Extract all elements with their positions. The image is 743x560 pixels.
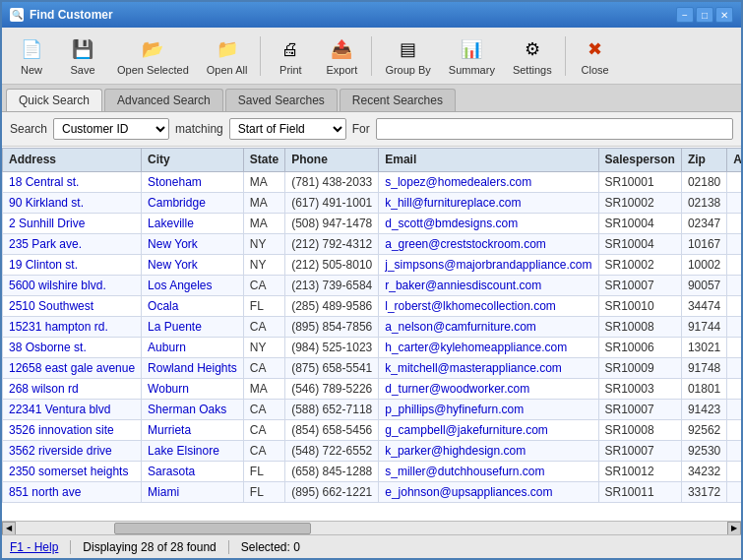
minimize-button[interactable]: −: [676, 7, 694, 23]
cell-acceptbo[interactable]: ✓: [727, 296, 741, 317]
cell-address: 15231 hampton rd.: [3, 317, 142, 338]
scroll-track[interactable]: [16, 522, 727, 535]
table-row[interactable]: 851 north aveMiamiFL(895) 662-1221e_john…: [3, 482, 742, 503]
open-selected-icon: 📂: [139, 35, 166, 63]
find-customer-window: 🔍 Find Customer − □ ✕ 📄 New 💾 Save 📂 Ope…: [0, 0, 743, 560]
tab-saved-searches[interactable]: Saved Searches: [225, 89, 338, 111]
cell-acceptbo[interactable]: ✓: [727, 338, 741, 358]
table-row[interactable]: 235 Park ave.New YorkNY(212) 792-4312a_g…: [3, 234, 742, 255]
table-row[interactable]: 18 Central st.StonehamMA(781) 438-2033s_…: [3, 171, 742, 193]
table-row[interactable]: 5600 wilshire blvd.Los AngelesCA(213) 73…: [3, 276, 742, 296]
table-row[interactable]: 268 wilson rdWoburnMA(546) 789-5226d_tur…: [3, 379, 742, 400]
cell-acceptbo[interactable]: ✓: [727, 276, 741, 296]
table-row[interactable]: 38 Osborne st.AuburnNY(984) 525-1023h_ca…: [3, 338, 742, 358]
cell-state: FL: [243, 296, 284, 317]
table-row[interactable]: 2350 somerset heightsSarasotaFL(658) 845…: [3, 462, 742, 482]
cell-zip: 02347: [681, 214, 726, 234]
settings-button[interactable]: ⚙ Settings: [506, 31, 559, 80]
cell-phone: (546) 789-5226: [285, 379, 379, 400]
col-phone[interactable]: Phone: [285, 148, 379, 171]
maximize-button[interactable]: □: [696, 7, 713, 23]
cell-zip: 02180: [681, 171, 726, 193]
table-row[interactable]: 3526 innovation siteMurrietaCA(854) 658-…: [3, 420, 742, 441]
data-table-container: Address City State Phone Email Salespers…: [2, 147, 741, 534]
match-option-select[interactable]: Start of Field Any Part of Field Exact M…: [229, 118, 346, 140]
cell-acceptbo[interactable]: ✓: [727, 400, 741, 420]
col-zip[interactable]: Zip: [681, 148, 726, 171]
cell-salesperson: SR10004: [598, 214, 681, 234]
table-row[interactable]: 15231 hampton rd.La PuenteCA(895) 854-78…: [3, 317, 742, 338]
cell-acceptbo[interactable]: ✓: [727, 462, 741, 482]
tab-recent-searches[interactable]: Recent Searches: [340, 89, 456, 111]
table-row[interactable]: 3562 riverside driveLake ElsinoreCA(548)…: [3, 441, 742, 462]
cell-zip: 34232: [681, 462, 726, 482]
table-wrapper[interactable]: Address City State Phone Email Salespers…: [2, 147, 741, 521]
save-icon: 💾: [69, 35, 96, 63]
cell-acceptbo[interactable]: ✓: [727, 420, 741, 441]
table-row[interactable]: 22341 Ventura blvdSherman OaksCA(588) 65…: [3, 400, 742, 420]
close-window-button[interactable]: ✕: [715, 7, 733, 23]
title-controls: − □ ✕: [676, 7, 733, 23]
cell-zip: 01801: [681, 379, 726, 400]
cell-phone: (875) 658-5541: [285, 358, 379, 379]
cell-acceptbo[interactable]: ✓: [727, 358, 741, 379]
cell-city: Ocala: [142, 296, 244, 317]
export-button[interactable]: 📤 Export: [318, 31, 365, 80]
table-row[interactable]: 19 Clinton st.New YorkNY(212) 505-8010j_…: [3, 255, 742, 276]
new-button[interactable]: 📄 New: [8, 31, 55, 80]
help-link[interactable]: F1 - Help: [10, 540, 58, 554]
cell-zip: 91744: [681, 317, 726, 338]
close-button[interactable]: ✖ Close: [572, 31, 619, 80]
new-label: New: [21, 64, 42, 76]
for-label: For: [352, 122, 370, 136]
cell-acceptbo[interactable]: ✓: [727, 234, 741, 255]
cell-acceptbo[interactable]: ✓: [727, 255, 741, 276]
tab-advanced-search[interactable]: Advanced Search: [104, 89, 223, 111]
cell-acceptbo[interactable]: ✓: [727, 482, 741, 503]
tab-quick-search[interactable]: Quick Search: [6, 89, 102, 111]
cell-salesperson: SR10002: [598, 255, 681, 276]
cell-phone: (617) 491-1001: [285, 193, 379, 214]
cell-phone: (895) 854-7856: [285, 317, 379, 338]
col-address[interactable]: Address: [3, 148, 142, 171]
customer-table: Address City State Phone Email Salespers…: [2, 147, 741, 503]
col-acceptbo[interactable]: AcceptBO: [727, 148, 741, 171]
table-row[interactable]: 2510 SouthwestOcalaFL(285) 489-9586l_rob…: [3, 296, 742, 317]
cell-zip: 34474: [681, 296, 726, 317]
summary-button[interactable]: 📊 Summary: [442, 31, 502, 80]
cell-state: MA: [243, 171, 284, 193]
open-all-button[interactable]: 📁 Open All: [200, 31, 255, 80]
table-row[interactable]: 90 Kirkland st.CambridgeMA(617) 491-1001…: [3, 193, 742, 214]
search-input[interactable]: [376, 118, 733, 140]
window-icon: 🔍: [10, 8, 24, 22]
print-button[interactable]: 🖨 Print: [267, 31, 314, 80]
table-row[interactable]: 12658 east gale avenueRowland HeightsCA(…: [3, 358, 742, 379]
cell-zip: 10167: [681, 234, 726, 255]
table-row[interactable]: 2 Sunhill DriveLakevilleMA(508) 947-1478…: [3, 214, 742, 234]
scroll-left-arrow[interactable]: ◀: [2, 522, 16, 535]
horizontal-scrollbar[interactable]: ◀ ▶: [2, 521, 741, 534]
cell-zip: 91423: [681, 400, 726, 420]
toolbar-separator-2: [371, 36, 372, 76]
col-salesperson[interactable]: Salesperson: [598, 148, 681, 171]
cell-phone: (213) 739-6584: [285, 276, 379, 296]
cell-state: MA: [243, 193, 284, 214]
cell-acceptbo[interactable]: ✓: [727, 214, 741, 234]
col-state[interactable]: State: [243, 148, 284, 171]
cell-salesperson: SR10008: [598, 420, 681, 441]
cell-acceptbo[interactable]: ✓: [727, 317, 741, 338]
cell-acceptbo[interactable]: ✓: [727, 441, 741, 462]
cell-state: MA: [243, 379, 284, 400]
search-field-select[interactable]: Customer ID Customer Name Address: [53, 118, 169, 140]
cell-acceptbo[interactable]: ✓: [727, 379, 741, 400]
col-email[interactable]: Email: [379, 148, 598, 171]
scroll-right-arrow[interactable]: ▶: [727, 522, 741, 535]
cell-acceptbo[interactable]: ✓: [727, 193, 741, 214]
cell-acceptbo[interactable]: ✓: [727, 171, 741, 193]
col-city[interactable]: City: [142, 148, 244, 171]
scroll-thumb[interactable]: [114, 523, 311, 534]
cell-salesperson: SR10009: [598, 358, 681, 379]
open-selected-button[interactable]: 📂 Open Selected: [110, 31, 196, 80]
save-button[interactable]: 💾 Save: [59, 31, 106, 80]
group-by-button[interactable]: ▤ Group By: [378, 31, 437, 80]
